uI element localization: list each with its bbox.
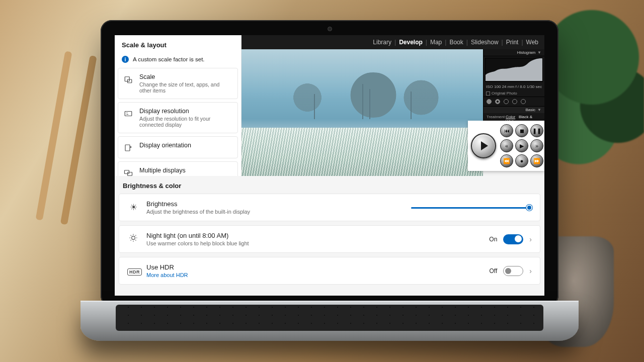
tab-library[interactable]: Library [373, 39, 391, 46]
laptop: Library| Develop| Map| Book| Slideshow| … [101, 20, 558, 342]
svg-rect-3 [125, 145, 130, 151]
chevron-down-icon: ▼ [537, 50, 541, 55]
rewind-button[interactable]: « [500, 139, 513, 152]
histogram-label: Histogram [517, 50, 535, 55]
setting-resolution[interactable]: Display resolution Adjust the resolution… [118, 102, 238, 133]
svg-rect-0 [125, 77, 129, 81]
play-button[interactable] [471, 133, 496, 158]
histogram-meta: ISO 100 24 mm f / 8.0 1/30 sec [484, 83, 544, 90]
redeye-tool-icon[interactable] [504, 99, 509, 104]
scale-icon [123, 74, 133, 84]
crop-tool-icon[interactable] [487, 99, 492, 104]
forward-button[interactable]: » [530, 139, 543, 152]
section-title-scale: Scale & layout [115, 39, 241, 53]
chevron-right-icon[interactable]: › [529, 267, 532, 275]
setting-hdr[interactable]: HDR Use HDR More about HDR Off › [119, 257, 540, 285]
tab-web[interactable]: Web [526, 39, 538, 46]
settings-brightness-panel: Brightness & color ☀ Brightness Adjust t… [115, 176, 544, 296]
keyboard [116, 305, 543, 331]
stop-button[interactable]: ◼ [515, 124, 528, 137]
mask-tool-icon[interactable] [512, 99, 517, 104]
tab-develop[interactable]: Develop [399, 39, 423, 46]
night-light-toggle[interactable] [503, 234, 523, 244]
histogram-graph[interactable] [485, 58, 543, 82]
laptop-deck [80, 301, 579, 341]
setting-scale[interactable]: Scale Change the size of text, apps, and… [118, 68, 238, 99]
basic-panel-header[interactable]: Basic ▼ [484, 107, 544, 113]
record-button[interactable]: ● [515, 154, 528, 167]
checkbox-icon [486, 92, 490, 96]
webcam-icon [318, 26, 341, 31]
resolution-icon [123, 109, 133, 119]
svg-point-6 [132, 236, 135, 240]
setting-night-light[interactable]: Night light (on until 8:00 AM) Use warme… [119, 225, 540, 253]
custom-scale-info: i A custom scale factor is set. [115, 53, 241, 68]
setting-orientation[interactable]: Display orientation [118, 136, 238, 158]
develop-photo-preview[interactable] [242, 49, 483, 176]
orientation-icon [123, 143, 133, 153]
setting-brightness: ☀ Brightness Adjust the brightness of th… [119, 194, 540, 221]
brush-tool-icon[interactable] [521, 99, 526, 104]
hdr-toggle[interactable] [503, 266, 523, 276]
spot-tool-icon[interactable] [495, 99, 500, 104]
hdr-icon: HDR [127, 266, 139, 276]
lightroom-module-bar: Library| Develop| Map| Book| Slideshow| … [242, 35, 544, 49]
skip-fwd-button[interactable]: ⏩ [530, 154, 543, 167]
tool-strip [484, 97, 544, 107]
brightness-icon: ☀ [127, 202, 139, 213]
night-light-icon [127, 233, 139, 245]
chevron-down-icon: ▼ [537, 108, 541, 112]
section-title-brightness: Brightness & color [119, 179, 540, 194]
brightness-slider[interactable] [411, 204, 532, 212]
pause-button[interactable]: ❚❚ [530, 124, 543, 137]
chevron-right-icon[interactable]: › [529, 235, 532, 243]
hdr-state: Off [490, 267, 498, 275]
svg-rect-2 [125, 112, 132, 116]
laptop-screen: Library| Develop| Map| Book| Slideshow| … [115, 35, 544, 296]
media-controls-widget: ⏮ ◼ ❚❚ « ▶ » ⏪ ● ⏩ [468, 121, 544, 171]
original-photo-toggle[interactable]: Original Photo [484, 90, 544, 97]
info-icon: i [122, 56, 129, 63]
laptop-bezel: Library| Develop| Map| Book| Slideshow| … [101, 20, 558, 307]
tab-map[interactable]: Map [430, 39, 442, 46]
tab-slideshow[interactable]: Slideshow [471, 39, 499, 46]
tab-print[interactable]: Print [506, 39, 519, 46]
play-small-button[interactable]: ▶ [515, 139, 528, 152]
treatment-color[interactable]: Color [506, 115, 515, 119]
night-light-state: On [489, 236, 497, 243]
prev-button[interactable]: ⏮ [500, 124, 513, 137]
more-about-hdr-link[interactable]: More about HDR [146, 272, 482, 278]
skip-back-button[interactable]: ⏪ [500, 154, 513, 167]
histogram-header[interactable]: Histogram ▼ [484, 49, 544, 56]
tab-book[interactable]: Book [449, 39, 463, 46]
